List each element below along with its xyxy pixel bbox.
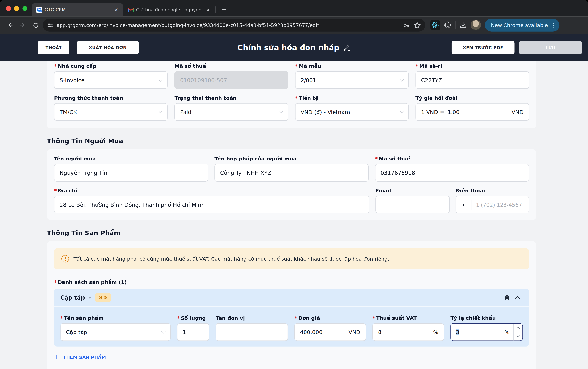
chrome-update-button[interactable]: New Chrome available ⋮ [485,19,559,31]
bookmark-star-icon[interactable] [414,22,421,29]
chevron-down-icon [158,111,163,113]
field-buyer-address: *Địa chỉ [54,187,369,213]
field-supplier: *Nhà cung cấp S-Invoice [54,63,168,89]
edit-pencil-icon[interactable] [343,44,351,51]
add-product-button[interactable]: + THÊM SẢN PHẨM [54,354,106,360]
buyer-phone-input[interactable]: ▾ 1 (702) 123-4567 [456,196,529,214]
discount-rate-input[interactable]: 3 % [450,323,523,341]
extensions-puzzle-icon[interactable] [444,21,452,29]
payment-method-select[interactable]: TM/CK [54,103,168,121]
tab-gtg-crm[interactable]: GTG CRM GTG CRM × [31,3,123,16]
spinner-up-button[interactable] [514,324,522,332]
phone-country-dropdown[interactable]: ▾ [456,196,471,213]
exchange-rate-value: 1.00 [447,109,460,115]
downloads-icon[interactable] [459,21,467,29]
gmail-icon [128,7,134,13]
supplier-select[interactable]: S-Invoice [54,71,168,89]
macos-minimize-button[interactable] [14,6,19,11]
buyer-legal-name-input[interactable] [214,164,369,182]
product-item-card: Cặp táp 8% [54,289,529,347]
browser-window: GTG CRM GTG CRM × Gửi hoá đơn google - n… [0,0,588,369]
tab-gmail[interactable]: Gửi hoá đơn google - nguyen × [123,3,215,16]
product-name-value: Cặp táp [66,329,87,335]
product-item-title: Cặp táp [60,294,85,301]
delete-product-button[interactable] [502,292,512,303]
unit-price-suffix: VND [348,329,360,335]
reload-button[interactable] [30,20,41,31]
discount-rate-suffix: % [505,329,513,335]
collapse-product-button[interactable] [512,292,523,303]
toolbar-separator [455,21,456,29]
warning-icon: ! [61,255,69,262]
payment-method-value: TM/CK [60,109,77,115]
tab-close-icon[interactable]: × [205,6,212,13]
chevron-down-icon [279,111,283,113]
field-exchange-rate: Tỷ giá hối đoái 1 VND = 1.00 VND [416,95,529,121]
chevron-down-icon [399,79,404,82]
macos-zoom-button[interactable] [22,6,27,11]
products-section-title: Thông Tin Sản Phẩm [47,229,536,237]
phone-placeholder: 1 (702) 123-4567 [471,202,522,207]
add-product-label: THÊM SẢN PHẨM [63,355,106,360]
forward-button[interactable] [17,20,29,31]
field-unit-name: Tên đơn vị [216,315,288,341]
supplier-tax-code-input: 0100109106-507 [174,71,288,89]
field-buyer-name: Tên người mua [54,155,208,181]
dot-separator [89,297,91,298]
product-list-label: *Danh sách sản phẩm (1) [54,279,529,285]
unit-name-input[interactable] [216,323,288,341]
tab-title: GTG CRM [45,7,111,12]
template-code-select[interactable]: 2/001 [295,71,409,89]
tab-close-icon[interactable]: × [113,6,120,13]
number-spinner [513,324,522,340]
new-tab-button[interactable]: + [219,5,229,15]
profile-avatar[interactable] [471,20,481,30]
product-name-select[interactable]: Cặp táp [60,323,171,341]
currency-value: VND (đ) - Vietnam [301,109,350,115]
react-devtools-icon[interactable] [430,20,440,30]
buyer-section-title: Thông Tin Người Mua [47,137,536,145]
currency-select[interactable]: VND (đ) - Vietnam [295,103,409,121]
app-header: THOÁT XUẤT HÓA ĐƠN Chỉnh sửa hóa đơn nhá… [0,34,588,62]
buyer-email-input[interactable] [375,196,449,214]
quantity-input[interactable] [177,323,209,341]
trash-icon [504,294,510,301]
invoice-info-card: *Nhà cung cấp S-Invoice Mã số thuế 01001… [47,62,536,128]
field-product-name: *Tên sản phẩm Cặp táp [60,315,171,341]
field-serial-code: *Mã sê-ri [416,63,529,89]
password-key-icon[interactable] [403,22,410,29]
url-text: app.gtgcrm.com/erp/invoice-management/ou… [57,22,399,28]
exit-button[interactable]: THOÁT [38,41,70,54]
save-button[interactable]: LƯU [519,41,582,54]
products-card: ! Tất cả các mặt hàng phải có cùng mức t… [47,241,536,369]
vat-rate-value: 8 [378,329,381,335]
browser-menu-icon[interactable]: ⋮ [551,22,557,29]
spinner-down-button[interactable] [514,332,522,341]
product-item-header[interactable]: Cặp táp 8% [54,289,529,307]
preview-pdf-button[interactable]: XEM TRƯỚC PDF [452,41,515,54]
vat-rate-badge: 8% [95,293,111,302]
payment-status-select[interactable]: Paid [174,103,288,121]
site-settings-icon[interactable] [47,22,53,28]
payment-status-value: Paid [180,109,192,115]
browser-tab-strip: GTG CRM GTG CRM × Gửi hoá đơn google - n… [0,0,588,16]
unit-price-input[interactable]: 400,000 VND [294,323,366,341]
field-buyer-legal-name: Tên hợp pháp của người mua [214,155,369,181]
page-title: Chỉnh sửa hóa đơn nháp [237,43,339,52]
exchange-rate-input[interactable]: 1 VND = 1.00 VND [416,103,529,121]
buyer-address-input[interactable] [54,196,369,214]
buyer-name-input[interactable] [54,164,208,182]
back-button[interactable] [5,20,16,31]
vat-warning-banner: ! Tất cả các mặt hàng phải có cùng mức t… [54,248,529,269]
address-bar[interactable]: app.gtgcrm.com/erp/invoice-management/ou… [43,19,425,31]
unit-price-value: 400,000 [300,329,322,335]
gtg-favicon: GTG CRM [36,7,42,13]
field-unit-price: *Đơn giá 400,000 VND [294,315,366,341]
buyer-tax-code-input[interactable] [375,164,529,182]
macos-close-button[interactable] [6,6,11,11]
export-invoice-button[interactable]: XUẤT HÓA ĐƠN [77,41,139,54]
vat-rate-input[interactable]: 8 % [372,323,444,341]
field-quantity: *Số lượng [177,315,209,341]
serial-code-input[interactable] [416,71,529,89]
supplier-value: S-Invoice [60,77,84,83]
